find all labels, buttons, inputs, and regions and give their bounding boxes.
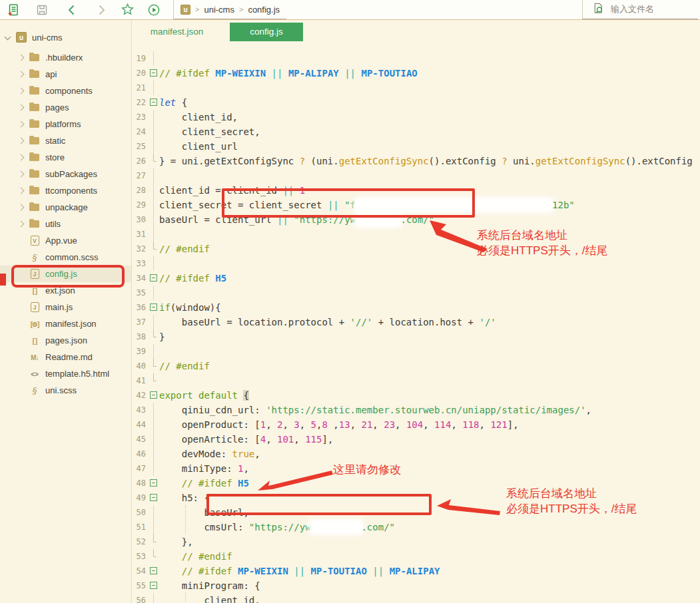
tree-folder-ttcomponents[interactable]: ttcomponents: [0, 182, 131, 199]
code-line-26[interactable]: 26} = uni.getExtConfigSync ? (uni.getExt…: [132, 154, 700, 168]
breadcrumb-project[interactable]: uni-cms: [204, 5, 234, 15]
code-line-48[interactable]: 48 // #ifdef H5: [132, 476, 700, 491]
tree-folder-components[interactable]: components: [0, 83, 131, 99]
tree-file-uni.scss[interactable]: §uni.scss: [0, 382, 131, 399]
code-line-43[interactable]: 43 qiniu_cdn_url: 'https://static.member…: [132, 403, 700, 417]
fold-collapse-icon[interactable]: [149, 271, 159, 286]
chevron-right-icon[interactable]: [18, 88, 25, 95]
back-icon[interactable]: [65, 3, 79, 17]
tree-folder-store[interactable]: store: [0, 149, 131, 166]
code-line-39[interactable]: 39: [132, 344, 700, 359]
fold-collapse-icon[interactable]: [149, 476, 159, 491]
code-line-46[interactable]: 46 devMode: true,: [132, 447, 700, 461]
tree-file-ext.json[interactable]: [ ]ext.json: [0, 282, 131, 299]
file-label: uni.scss: [45, 385, 77, 395]
fold-collapse-icon[interactable]: [149, 564, 159, 578]
tree-folder-pages[interactable]: pages: [0, 99, 131, 116]
forward-icon[interactable]: [94, 3, 109, 17]
tree-folder-api[interactable]: api: [0, 66, 131, 83]
fold-collapse-icon[interactable]: [149, 578, 159, 593]
fold-collapse-icon[interactable]: [149, 95, 159, 110]
tree-file-common.scss[interactable]: §common.scss: [0, 249, 131, 266]
line-number: 52: [132, 534, 149, 549]
code-line-56[interactable]: 56 client_id,: [132, 593, 700, 603]
fold-collapse-icon[interactable]: [149, 66, 159, 81]
tab-config-js[interactable]: config.js: [230, 23, 303, 41]
save-icon[interactable]: [35, 3, 49, 17]
chevron-right-icon[interactable]: [18, 55, 25, 61]
code-line-22[interactable]: 22let {: [132, 95, 700, 110]
folder-label: unpackage: [45, 202, 88, 212]
code-line-31[interactable]: 31: [132, 227, 700, 242]
code-line-33[interactable]: 33: [132, 256, 700, 271]
chevron-down-icon[interactable]: [5, 33, 11, 40]
code-line-25[interactable]: 25 client_url: [132, 139, 700, 154]
code-line-41[interactable]: 41: [132, 373, 700, 388]
tree-file-manifest.json[interactable]: [⚙]manifest.json: [0, 315, 131, 332]
file-search-input[interactable]: 输入文件名: [582, 0, 698, 19]
line-number: 56: [132, 593, 149, 603]
tree-folder-subPackages[interactable]: subPackages: [0, 166, 131, 182]
tree-folder-utils[interactable]: utils: [0, 216, 131, 232]
tab-manifest-json[interactable]: manifest.json: [139, 27, 215, 37]
chevron-right-icon[interactable]: [18, 154, 25, 161]
chevron-right-icon[interactable]: [18, 204, 25, 211]
code-line-30[interactable]: 30baseUrl = client_url || "https://yw .c…: [132, 212, 700, 227]
bookmark-star-icon[interactable]: [120, 3, 135, 17]
code-line-47[interactable]: 47 miniType: 1,: [132, 461, 700, 476]
code-area[interactable]: 1920// #ifdef MP-WEIXIN || MP-ALIPAY || …: [132, 43, 700, 603]
tree-folder-.hbuilderx[interactable]: .hbuilderx: [0, 49, 131, 66]
tree-file-config.js[interactable]: Jconfig.js: [0, 266, 131, 282]
code-line-36[interactable]: 36if(window){: [132, 300, 700, 315]
chevron-right-icon[interactable]: [18, 171, 25, 178]
fold-collapse-icon[interactable]: [149, 300, 159, 315]
tree-root-uni-cms[interactable]: u uni-cms: [0, 29, 131, 45]
code-line-23[interactable]: 23 client_id,: [132, 110, 700, 124]
new-file-icon[interactable]: [6, 3, 21, 17]
tree-file-App.vue[interactable]: VApp.vue: [0, 232, 131, 249]
code-line-37[interactable]: 37 baseUrl = location.protocol + '//' + …: [132, 315, 700, 329]
code-line-20[interactable]: 20// #ifdef MP-WEIXIN || MP-ALIPAY || MP…: [132, 66, 700, 81]
code-line-53[interactable]: 53 // #endif: [132, 549, 700, 564]
code-line-50[interactable]: 50 baseUrl,: [132, 505, 700, 520]
code-line-49[interactable]: 49 h5: {: [132, 491, 700, 505]
code-line-27[interactable]: 27: [132, 168, 700, 183]
code-line-40[interactable]: 40// #endif: [132, 359, 700, 373]
chevron-right-icon[interactable]: [18, 221, 25, 228]
code-line-54[interactable]: 54 // #ifdef MP-WEIXIN || MP-TOUTIAO || …: [132, 564, 700, 578]
code-line-55[interactable]: 55 miniProgram: {: [132, 578, 700, 593]
code-line-24[interactable]: 24 client_secret,: [132, 124, 700, 139]
code-line-21[interactable]: 21: [132, 81, 700, 95]
code-line-45[interactable]: 45 openArticle: [4, 101, 115],: [132, 432, 700, 447]
breadcrumb[interactable]: u > uni-cms > config.js: [173, 0, 286, 19]
tree-file-pages.json[interactable]: [ ]pages.json: [0, 332, 131, 349]
breadcrumb-file[interactable]: config.js: [248, 5, 280, 15]
code-line-34[interactable]: 34// #ifdef H5: [132, 271, 700, 286]
code-line-19[interactable]: 19: [132, 51, 700, 66]
code-line-52[interactable]: 52 },: [132, 534, 700, 549]
code-line-29[interactable]: 29client_secret = client_secret || "f 12…: [132, 198, 700, 212]
tree-file-Readme.md[interactable]: M↓Readme.md: [0, 349, 131, 365]
chevron-right-icon[interactable]: [18, 188, 25, 194]
tree-file-template.h5.html[interactable]: <>template.h5.html: [0, 365, 131, 382]
folder-label: static: [45, 136, 65, 146]
code-line-32[interactable]: 32// #endif: [132, 242, 700, 256]
tree-folder-unpackage[interactable]: unpackage: [0, 199, 131, 216]
chevron-right-icon[interactable]: [18, 71, 25, 78]
code-line-44[interactable]: 44 openProduct: [1, 2, 3, 5,8 ,13, 21, 2…: [132, 417, 700, 432]
tree-folder-platforms[interactable]: platforms: [0, 116, 131, 132]
line-number: 19: [132, 51, 149, 66]
code-line-38[interactable]: 38}: [132, 329, 700, 344]
chevron-right-icon[interactable]: [18, 121, 25, 128]
run-icon[interactable]: [147, 3, 161, 17]
code-line-42[interactable]: 42export default {: [132, 388, 700, 403]
chevron-right-icon[interactable]: [18, 138, 25, 144]
tree-file-main.js[interactable]: Jmain.js: [0, 299, 131, 315]
code-line-35[interactable]: 35: [132, 286, 700, 300]
tree-folder-static[interactable]: static: [0, 132, 131, 149]
code-line-28[interactable]: 28client_id = client_id || 1: [132, 183, 700, 198]
fold-collapse-icon[interactable]: [149, 388, 159, 403]
code-line-51[interactable]: 51 cmsUrl: "https://yw .com/": [132, 520, 700, 534]
fold-collapse-icon[interactable]: [149, 491, 159, 505]
chevron-right-icon[interactable]: [18, 104, 25, 111]
